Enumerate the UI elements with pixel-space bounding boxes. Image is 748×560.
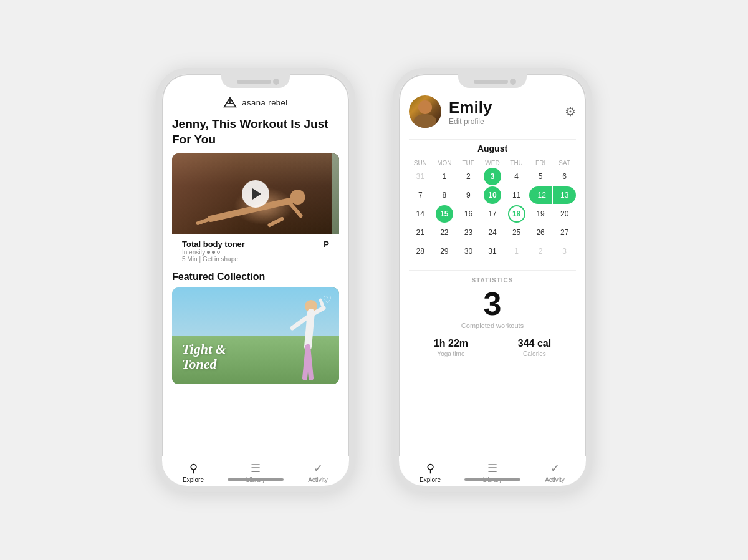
- cal-day-31[interactable]: 31: [484, 243, 501, 260]
- cal-day-15[interactable]: 15: [436, 205, 453, 223]
- cal-day-13[interactable]: 13: [553, 186, 576, 204]
- duration: 5 Min: [182, 256, 197, 263]
- cal-day-3[interactable]: 3: [484, 168, 501, 185]
- edit-profile-link[interactable]: Edit profile: [449, 117, 492, 126]
- workout-left: Total body toner Intensity 5 Min | Get i…: [182, 239, 245, 263]
- cal-header-wed: WED: [481, 158, 504, 168]
- cal-day-28[interactable]: 28: [411, 243, 429, 260]
- workout-name: Total body toner: [182, 239, 245, 249]
- cal-day-11[interactable]: 11: [508, 186, 525, 204]
- nav-activity[interactable]: ✓ Activity: [287, 461, 349, 483]
- bottom-nav-2: ⚲ Explore ☰ Library ✓ Activity: [399, 456, 586, 486]
- cal-day-9[interactable]: 9: [459, 186, 477, 204]
- svg-line-6: [270, 219, 282, 225]
- cal-day-18[interactable]: 18: [508, 205, 525, 223]
- featured-card[interactable]: Tight & Toned ♡: [172, 287, 339, 384]
- cal-day-26[interactable]: 26: [532, 224, 549, 241]
- cal-day-21[interactable]: 21: [411, 224, 429, 241]
- cal-header-tue: TUE: [457, 158, 480, 168]
- nav-explore[interactable]: ⚲ Explore: [162, 461, 224, 483]
- camera-2: [510, 79, 516, 85]
- cal-day-19[interactable]: 19: [532, 205, 549, 223]
- cal-day-29[interactable]: 29: [436, 243, 453, 260]
- cal-day-10[interactable]: 10: [484, 186, 501, 204]
- intensity-label: Intensity: [182, 249, 205, 256]
- featured-title: Tight & Toned: [182, 342, 226, 372]
- cal-day-31[interactable]: 31: [411, 168, 429, 185]
- featured-person-svg: [286, 297, 330, 384]
- cal-day-22[interactable]: 22: [436, 224, 453, 241]
- cal-day-17[interactable]: 17: [484, 205, 501, 223]
- volume-mute-btn: [156, 143, 156, 162]
- workout-info: Total body toner Intensity 5 Min | Get i…: [172, 234, 339, 264]
- settings-icon[interactable]: ⚙: [565, 104, 576, 119]
- explore-label: Explore: [183, 476, 204, 483]
- yoga-time-value: 1h 22m: [434, 338, 468, 349]
- phone1-content: asana rebel Jenny, This Workout Is Just …: [162, 89, 349, 456]
- yoga-time-label: Yoga time: [434, 350, 468, 357]
- svg-line-5: [198, 219, 211, 223]
- cal-day-2[interactable]: 2: [532, 243, 549, 260]
- explore-label-2: Explore: [420, 476, 441, 483]
- cal-header-thu: THU: [505, 158, 528, 168]
- cal-day-20[interactable]: 20: [556, 205, 573, 223]
- cal-day-4[interactable]: 4: [508, 168, 525, 185]
- home-bar-2: [464, 478, 520, 481]
- cal-day-27[interactable]: 27: [556, 224, 573, 241]
- cal-day-24[interactable]: 24: [484, 224, 501, 241]
- p2-main: Emily Edit profile ⚙ August SUNMONTUEWED…: [399, 89, 586, 456]
- statistics-label: STATISTICS: [409, 277, 576, 284]
- svg-line-7: [290, 203, 301, 216]
- asana-rebel-logo-icon: [223, 95, 237, 109]
- cal-header-mon: MON: [433, 158, 456, 168]
- cal-day-30[interactable]: 30: [459, 243, 477, 260]
- cal-day-1[interactable]: 1: [508, 243, 525, 260]
- profile-left: Emily Edit profile: [409, 95, 492, 128]
- cal-day-12[interactable]: 12: [529, 186, 552, 204]
- divider-1: [409, 139, 576, 140]
- activity-label-2: Activity: [545, 476, 565, 483]
- svg-line-11: [308, 347, 311, 378]
- svg-line-14: [320, 300, 324, 308]
- cal-day-2[interactable]: 2: [459, 168, 477, 185]
- page-title: Jenny, This Workout Is Just For You: [162, 114, 349, 153]
- cal-day-6[interactable]: 6: [556, 168, 573, 185]
- cal-day-7[interactable]: 7: [411, 186, 429, 204]
- nav-activity-2[interactable]: ✓ Activity: [524, 461, 586, 483]
- nav-explore-2[interactable]: ⚲ Explore: [399, 461, 461, 483]
- cal-day-23[interactable]: 23: [459, 224, 477, 241]
- profile-text: Emily Edit profile: [449, 98, 492, 126]
- activity-icon-2: ✓: [550, 461, 560, 475]
- cal-day-5[interactable]: 5: [532, 168, 549, 185]
- volume-btn: [156, 168, 156, 202]
- workout-card[interactable]: Total body toner Intensity 5 Min | Get i…: [172, 153, 339, 264]
- intensity-dot-1: [207, 251, 210, 254]
- calendar: August SUNMONTUEWEDTHUFRISAT 31123456789…: [409, 143, 576, 260]
- cal-day-14[interactable]: 14: [411, 205, 429, 223]
- cal-day-8[interactable]: 8: [436, 186, 453, 204]
- featured-section-title: Featured Collection: [162, 264, 349, 287]
- peek-label: P: [324, 239, 329, 249]
- calories-label: Calories: [518, 350, 551, 357]
- cal-day-16[interactable]: 16: [459, 205, 477, 223]
- power-btn: [355, 155, 355, 199]
- intensity-dot-3: [217, 251, 220, 254]
- home-bar: [228, 478, 284, 481]
- library-icon-2: ☰: [487, 461, 497, 475]
- duration-sep: |: [199, 256, 201, 263]
- speaker-2: [474, 80, 508, 84]
- activity-label: Activity: [308, 476, 328, 483]
- phone2-content: Emily Edit profile ⚙ August SUNMONTUEWED…: [399, 89, 586, 486]
- profile-row: Emily Edit profile ⚙: [409, 95, 576, 128]
- library-icon: ☰: [251, 461, 261, 475]
- activity-icon: ✓: [314, 461, 323, 475]
- camera: [273, 79, 279, 85]
- cal-day-1[interactable]: 1: [436, 168, 453, 185]
- calendar-month: August: [409, 143, 576, 153]
- play-icon: [252, 188, 261, 200]
- cal-day-25[interactable]: 25: [508, 224, 525, 241]
- speaker: [237, 80, 271, 84]
- cal-day-3[interactable]: 3: [556, 243, 573, 260]
- avatar-body: [414, 114, 436, 128]
- calories-value: 344 cal: [518, 338, 551, 349]
